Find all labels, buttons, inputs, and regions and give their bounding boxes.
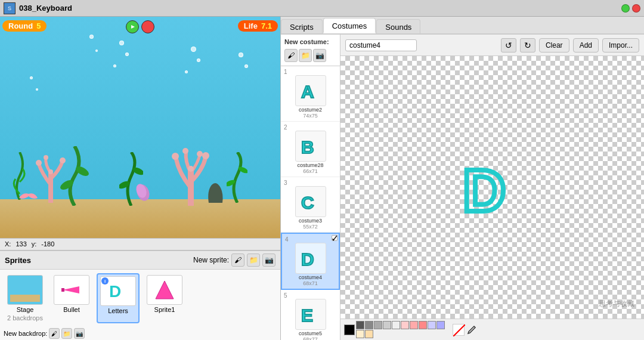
paint-canvas-area[interactable]: D 思考与收藏 bbox=[340, 56, 644, 319]
play-button[interactable] bbox=[126, 20, 139, 33]
life-label: Life bbox=[244, 21, 258, 30]
color-palette-bar bbox=[340, 319, 644, 340]
x-value: 133 bbox=[16, 240, 26, 248]
round-badge: Round 5 bbox=[2, 20, 47, 32]
color-swatch[interactable] bbox=[410, 321, 418, 329]
svg-marker-17 bbox=[131, 25, 135, 29]
costume-item-5[interactable]: 5 E costume5 68x77 bbox=[281, 290, 340, 340]
camera-costume-button[interactable]: 📷 bbox=[313, 49, 326, 62]
add-button[interactable]: Add bbox=[573, 38, 599, 52]
sprite-item-letters[interactable]: i D Letters bbox=[97, 273, 140, 323]
window-icon: S bbox=[4, 2, 16, 14]
pencil-tool[interactable] bbox=[466, 324, 478, 336]
color-swatch[interactable] bbox=[356, 330, 364, 338]
stage-area[interactable]: Round 5 Life 7.1 bbox=[0, 17, 280, 238]
tab-scripts[interactable]: Scripts bbox=[281, 19, 323, 33]
y-label: y: bbox=[32, 240, 37, 248]
clear-button[interactable]: Clear bbox=[539, 38, 569, 52]
new-sprite-label: New sprite: bbox=[193, 256, 229, 264]
new-backdrop-area: New backdrop: 🖌 📁 📷 bbox=[0, 327, 280, 340]
import-new-sprite-button[interactable]: 📁 bbox=[247, 254, 260, 267]
y-value: -180 bbox=[41, 240, 54, 248]
import-backdrop-button[interactable]: 📁 bbox=[61, 328, 72, 339]
color-swatch[interactable] bbox=[365, 321, 373, 329]
paint-backdrop-button[interactable]: 🖌 bbox=[49, 328, 60, 339]
x-label: X: bbox=[5, 240, 11, 248]
import-button[interactable]: Impor... bbox=[602, 38, 639, 52]
svg-text:B: B bbox=[301, 137, 314, 157]
sprites-list: Stage 2 backdrops Bullet bbox=[0, 270, 280, 327]
paint-new-sprite-button[interactable]: 🖌 bbox=[231, 254, 244, 267]
close-button[interactable] bbox=[632, 4, 640, 13]
svg-point-5 bbox=[48, 169, 53, 174]
foreground-color[interactable] bbox=[453, 324, 465, 336]
costume-item-4[interactable]: 4 ✓ D costume4 68x71 bbox=[281, 233, 340, 290]
round-value: 5 bbox=[36, 21, 41, 30]
tab-sounds[interactable]: Sounds bbox=[376, 19, 420, 33]
color-grid bbox=[356, 321, 451, 338]
svg-point-3 bbox=[60, 157, 66, 163]
camera-backdrop-button[interactable]: 📷 bbox=[74, 328, 85, 339]
color-swatch[interactable] bbox=[356, 321, 364, 329]
import-costume-button[interactable]: 📁 bbox=[299, 49, 312, 62]
life-value: 7.1 bbox=[261, 21, 272, 30]
left-panel: Round 5 Life 7.1 X: 133 y: -180 bbox=[0, 17, 280, 340]
title-bar: S 038_Keyboard bbox=[0, 0, 644, 17]
paint-costume-button[interactable]: 🖌 bbox=[284, 49, 298, 62]
round-label: Round bbox=[8, 21, 33, 30]
new-costume-label: New costume: bbox=[281, 35, 340, 47]
sprite-item-sprite1[interactable]: Sprite1 bbox=[143, 273, 186, 323]
camera-new-sprite-button[interactable]: 📷 bbox=[262, 254, 275, 267]
svg-line-29 bbox=[453, 324, 465, 336]
stage-sub: 2 backdrops bbox=[7, 314, 43, 322]
tabs-bar: Scripts Costumes Sounds bbox=[281, 17, 644, 35]
stop-button[interactable] bbox=[141, 20, 154, 33]
redo-button[interactable]: ↻ bbox=[520, 38, 535, 52]
svg-rect-19 bbox=[10, 295, 40, 302]
selected-dot: ✓ bbox=[332, 235, 338, 241]
color-black[interactable] bbox=[344, 324, 355, 335]
svg-point-12 bbox=[188, 166, 194, 172]
color-swatch[interactable] bbox=[392, 321, 400, 329]
costume-item-1[interactable]: 1 A costume2 74x75 bbox=[281, 66, 340, 122]
sprite1-name: Sprite1 bbox=[154, 306, 175, 313]
costume-item-2[interactable]: 2 B costume28 66x71 bbox=[281, 122, 340, 177]
color-swatch[interactable] bbox=[436, 321, 445, 329]
maximize-button[interactable] bbox=[621, 4, 630, 13]
color-swatch[interactable] bbox=[365, 330, 373, 338]
sprites-label: Sprites bbox=[5, 256, 31, 265]
sprites-header: Sprites New sprite: 🖌 📁 📷 bbox=[0, 251, 280, 270]
paint-editor: ↺ ↻ Clear Add Impor... D 思考与收藏 bbox=[340, 35, 644, 340]
sprite-info-dot: i bbox=[101, 277, 109, 285]
svg-point-11 bbox=[197, 151, 203, 157]
costume-item-3[interactable]: 3 C costume3 55x72 bbox=[281, 177, 340, 233]
right-panel: Scripts Costumes Sounds New costume: 🖌 📁… bbox=[280, 17, 644, 340]
costume-name-input[interactable] bbox=[345, 39, 417, 51]
tab-costumes[interactable]: Costumes bbox=[323, 18, 376, 33]
svg-text:C: C bbox=[301, 193, 314, 212]
svg-point-2 bbox=[36, 160, 42, 166]
color-swatch[interactable] bbox=[401, 321, 409, 329]
paint-toolbar: ↺ ↻ Clear Add Impor... bbox=[340, 35, 644, 56]
svg-text:D: D bbox=[109, 282, 121, 301]
sprites-panel: Sprites New sprite: 🖌 📁 📷 bbox=[0, 251, 280, 340]
undo-button[interactable]: ↺ bbox=[501, 38, 516, 52]
svg-point-9 bbox=[202, 152, 209, 159]
svg-rect-20 bbox=[61, 288, 64, 292]
costume-list-panel: New costume: 🖌 📁 📷 1 A costume2 74x75 bbox=[281, 35, 340, 340]
stage-name: Stage bbox=[17, 306, 34, 313]
color-swatch[interactable] bbox=[428, 321, 436, 329]
new-costume-tools: 🖌 📁 📷 bbox=[281, 47, 340, 66]
color-swatch[interactable] bbox=[419, 321, 427, 329]
new-backdrop-label: New backdrop: bbox=[4, 330, 47, 337]
watermark: 思考与收藏 bbox=[599, 299, 634, 309]
new-sprite-area: New sprite: 🖌 📁 📷 bbox=[193, 254, 275, 267]
sprite-item-bullet[interactable]: Bullet bbox=[50, 273, 93, 323]
svg-text:E: E bbox=[301, 305, 313, 325]
svg-point-8 bbox=[172, 153, 179, 160]
sprite-item-stage[interactable]: Stage 2 backdrops bbox=[4, 273, 47, 323]
canvas-letter-d: D bbox=[457, 152, 528, 223]
color-swatch[interactable] bbox=[383, 321, 391, 329]
coord-bar: X: 133 y: -180 bbox=[0, 238, 280, 251]
color-swatch[interactable] bbox=[374, 321, 382, 329]
